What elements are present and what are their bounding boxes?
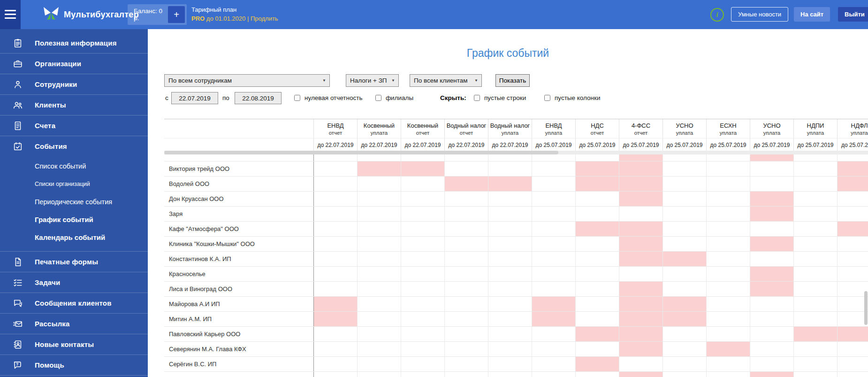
event-cell-due[interactable] [663, 312, 707, 326]
event-cell[interactable] [314, 342, 358, 356]
sidebar-item-events[interactable]: События [0, 136, 148, 156]
event-cell[interactable] [401, 177, 445, 191]
clients-filter-dropdown[interactable]: По всем клиентам ▼ [410, 74, 482, 87]
event-cell-due[interactable] [619, 177, 663, 191]
event-cell[interactable] [576, 237, 619, 251]
event-cell[interactable] [532, 222, 576, 236]
event-cell-due[interactable] [619, 192, 663, 206]
event-cell-due[interactable] [532, 297, 576, 311]
event-cell[interactable] [663, 154, 707, 161]
event-cell[interactable] [314, 154, 358, 161]
event-cell[interactable] [445, 162, 488, 176]
event-cell[interactable] [838, 207, 868, 221]
event-cell[interactable] [314, 192, 358, 206]
event-cell-due[interactable] [838, 327, 868, 341]
sidebar-item-employees[interactable]: Сотрудники [0, 74, 148, 95]
sidebar-item-events-list[interactable]: Список событий [0, 157, 148, 175]
event-cell[interactable] [488, 222, 532, 236]
event-cell[interactable] [576, 342, 619, 356]
event-cell[interactable] [445, 267, 488, 281]
event-cell-due[interactable] [750, 207, 794, 221]
event-cell[interactable] [401, 207, 445, 221]
event-cell[interactable] [532, 192, 576, 206]
event-cell[interactable] [401, 342, 445, 356]
event-cell-due[interactable] [750, 282, 794, 296]
event-cell-due[interactable] [838, 177, 868, 191]
event-cell[interactable] [532, 267, 576, 281]
org-name-cell[interactable]: Павловский Карьер ООО [164, 327, 314, 341]
event-cell[interactable] [663, 222, 707, 236]
event-cell[interactable] [576, 207, 619, 221]
event-cell[interactable] [663, 267, 707, 281]
event-cell[interactable] [663, 237, 707, 251]
event-cell[interactable] [445, 192, 488, 206]
event-cell[interactable] [401, 297, 445, 311]
sidebar-item-events-calendar[interactable]: Календарь событий [0, 229, 148, 246]
event-cell[interactable] [358, 192, 401, 206]
org-name-cell[interactable]: Северянин М.А. Глава КФХ [164, 342, 314, 356]
event-cell[interactable] [532, 372, 576, 377]
event-cell[interactable] [794, 154, 838, 161]
event-cell[interactable] [838, 372, 868, 377]
smart-news-button[interactable]: Умные новости [731, 7, 788, 22]
org-name-cell[interactable] [164, 154, 314, 161]
horizontal-scrollbar[interactable] [164, 151, 868, 154]
event-cell[interactable] [314, 372, 358, 377]
event-cell[interactable] [794, 162, 838, 176]
event-cell[interactable] [314, 207, 358, 221]
sidebar-item-org-lists[interactable]: Списки организаций [0, 175, 148, 193]
event-cell[interactable] [445, 372, 488, 377]
event-cell[interactable] [445, 207, 488, 221]
event-cell[interactable] [358, 237, 401, 251]
event-cell[interactable] [794, 357, 838, 371]
event-cell[interactable] [750, 297, 794, 311]
event-cell-due[interactable] [838, 222, 868, 236]
event-cell[interactable] [358, 177, 401, 191]
event-type-filter-dropdown[interactable]: Налоги + ЗП ▼ [346, 74, 399, 87]
tariff-renew-link[interactable]: Продлить [251, 15, 278, 22]
event-cell-due[interactable] [619, 372, 663, 377]
event-cell[interactable] [838, 252, 868, 266]
event-cell[interactable] [358, 154, 401, 161]
event-cell[interactable] [358, 222, 401, 236]
sidebar-item-invoices[interactable]: Счета [0, 115, 148, 136]
event-cell[interactable] [838, 357, 868, 371]
event-cell[interactable] [401, 252, 445, 266]
event-cell[interactable] [488, 297, 532, 311]
event-cell[interactable] [576, 154, 619, 161]
event-cell[interactable] [401, 237, 445, 251]
event-cell[interactable] [707, 192, 750, 206]
event-cell[interactable] [488, 327, 532, 341]
event-cell[interactable] [663, 162, 707, 176]
event-cell[interactable] [794, 252, 838, 266]
event-cell-due[interactable] [445, 177, 488, 191]
org-name-cell[interactable]: Серёгин В.С. ИП [164, 357, 314, 371]
event-cell[interactable] [619, 267, 663, 281]
event-cell[interactable] [838, 297, 868, 311]
event-cell[interactable] [838, 312, 868, 326]
event-cell[interactable] [663, 177, 707, 191]
event-cell[interactable] [576, 312, 619, 326]
event-cell-due[interactable] [314, 297, 358, 311]
sidebar-item-mailing[interactable]: Рассылка [0, 314, 148, 334]
event-cell[interactable] [358, 252, 401, 266]
event-cell-due[interactable] [576, 357, 619, 371]
event-cell[interactable] [532, 342, 576, 356]
event-cell[interactable] [488, 237, 532, 251]
event-cell[interactable] [314, 327, 358, 341]
horizontal-scrollbar-thumb[interactable] [164, 151, 558, 154]
event-cell[interactable] [838, 237, 868, 251]
event-cell[interactable] [707, 357, 750, 371]
event-cell[interactable] [488, 342, 532, 356]
event-cell[interactable] [707, 372, 750, 377]
event-cell-due[interactable] [707, 342, 750, 356]
event-cell[interactable] [401, 267, 445, 281]
event-cell[interactable] [750, 177, 794, 191]
org-name-cell[interactable]: Дон Круассан ООО [164, 192, 314, 206]
event-cell-due[interactable] [619, 342, 663, 356]
sidebar-item-useful-info[interactable]: Полезная информация [0, 33, 148, 54]
event-cell-due[interactable] [619, 162, 663, 176]
event-cell-due[interactable] [619, 222, 663, 236]
event-cell[interactable] [314, 252, 358, 266]
event-cell[interactable] [838, 342, 868, 356]
